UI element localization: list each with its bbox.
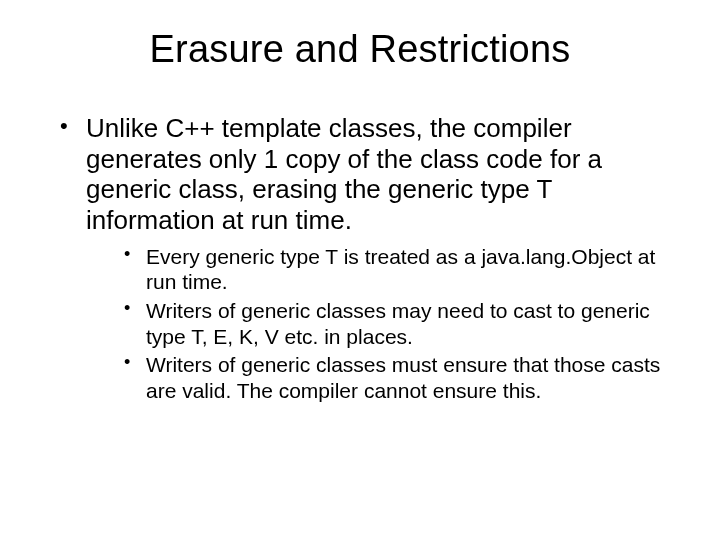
bullet-text: Writers of generic classes must ensure t… [146,353,660,402]
list-item: Writers of generic classes must ensure t… [128,352,680,403]
bullet-text: Writers of generic classes may need to c… [146,299,650,348]
bullet-text: Every generic type T is treated as a jav… [146,245,655,294]
list-item: Writers of generic classes may need to c… [128,298,680,349]
list-item: Unlike C++ template classes, the compile… [68,113,680,403]
slide-title: Erasure and Restrictions [40,28,680,71]
bullet-text: Unlike C++ template classes, the compile… [86,113,602,235]
list-item: Every generic type T is treated as a jav… [128,244,680,295]
bullet-list: Unlike C++ template classes, the compile… [40,113,680,403]
sub-bullet-list: Every generic type T is treated as a jav… [86,244,680,404]
